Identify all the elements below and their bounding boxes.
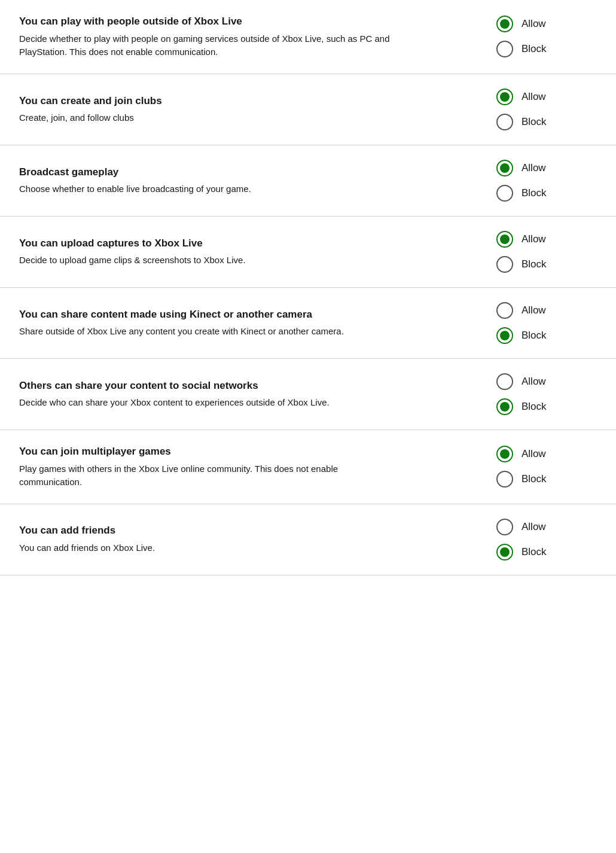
allow-label-play-outside-xbox: Allow <box>522 18 546 30</box>
setting-text-play-outside-xbox: You can play with people outside of Xbox… <box>19 14 426 59</box>
setting-text-broadcast-gameplay: Broadcast gameplayChoose whether to enab… <box>19 165 426 196</box>
allow-option-broadcast-gameplay[interactable]: Allow <box>496 160 546 176</box>
block-radio-upload-captures[interactable] <box>496 256 513 273</box>
setting-title-others-share-content: Others can share your content to social … <box>19 379 390 393</box>
block-label-share-kinect-content: Block <box>522 330 547 342</box>
allow-radio-join-multiplayer[interactable] <box>496 446 513 462</box>
setting-text-share-kinect-content: You can share content made using Kinect … <box>19 307 426 339</box>
allow-option-play-outside-xbox[interactable]: Allow <box>496 16 546 32</box>
setting-title-upload-captures: You can upload captures to Xbox Live <box>19 236 390 251</box>
allow-option-create-join-clubs[interactable]: Allow <box>496 89 546 105</box>
block-option-add-friends[interactable]: Block <box>496 544 547 560</box>
setting-title-join-multiplayer: You can join multiplayer games <box>19 444 390 459</box>
setting-controls-share-kinect-content: AllowBlock <box>496 302 592 344</box>
allow-radio-share-kinect-content[interactable] <box>496 302 513 319</box>
setting-desc-create-join-clubs: Create, join, and follow clubs <box>19 111 390 125</box>
setting-desc-add-friends: You can add friends on Xbox Live. <box>19 541 390 555</box>
block-label-join-multiplayer: Block <box>522 473 547 485</box>
allow-label-add-friends: Allow <box>522 521 546 533</box>
block-label-add-friends: Block <box>522 546 547 558</box>
setting-desc-others-share-content: Decide who can share your Xbox content t… <box>19 396 390 410</box>
setting-text-others-share-content: Others can share your content to social … <box>19 379 426 410</box>
block-option-upload-captures[interactable]: Block <box>496 256 547 273</box>
allow-option-add-friends[interactable]: Allow <box>496 519 546 535</box>
setting-controls-upload-captures: AllowBlock <box>496 231 592 273</box>
setting-desc-broadcast-gameplay: Choose whether to enable live broadcasti… <box>19 182 390 196</box>
setting-desc-share-kinect-content: Share outside of Xbox Live any content y… <box>19 325 390 339</box>
allow-radio-broadcast-gameplay[interactable] <box>496 160 513 176</box>
setting-title-create-join-clubs: You can create and join clubs <box>19 94 390 108</box>
setting-desc-join-multiplayer: Play games with others in the Xbox Live … <box>19 462 390 489</box>
settings-list: You can play with people outside of Xbox… <box>0 0 616 575</box>
allow-label-join-multiplayer: Allow <box>522 448 546 460</box>
setting-text-create-join-clubs: You can create and join clubsCreate, joi… <box>19 94 426 125</box>
setting-controls-others-share-content: AllowBlock <box>496 373 592 415</box>
setting-title-add-friends: You can add friends <box>19 523 390 538</box>
block-radio-join-multiplayer[interactable] <box>496 471 513 488</box>
allow-option-others-share-content[interactable]: Allow <box>496 373 546 390</box>
setting-desc-play-outside-xbox: Decide whether to play with people on ga… <box>19 32 390 59</box>
block-radio-others-share-content[interactable] <box>496 398 513 415</box>
setting-title-broadcast-gameplay: Broadcast gameplay <box>19 165 390 179</box>
block-option-join-multiplayer[interactable]: Block <box>496 471 547 488</box>
setting-text-upload-captures: You can upload captures to Xbox LiveDeci… <box>19 236 426 267</box>
setting-text-add-friends: You can add friendsYou can add friends o… <box>19 523 426 555</box>
setting-row-add-friends: You can add friendsYou can add friends o… <box>0 504 616 575</box>
block-label-broadcast-gameplay: Block <box>522 187 547 199</box>
allow-option-share-kinect-content[interactable]: Allow <box>496 302 546 319</box>
setting-text-join-multiplayer: You can join multiplayer gamesPlay games… <box>19 444 426 489</box>
block-label-upload-captures: Block <box>522 258 547 270</box>
setting-controls-create-join-clubs: AllowBlock <box>496 89 592 130</box>
allow-label-broadcast-gameplay: Allow <box>522 162 546 174</box>
block-option-play-outside-xbox[interactable]: Block <box>496 41 547 57</box>
block-radio-create-join-clubs[interactable] <box>496 114 513 130</box>
setting-row-upload-captures: You can upload captures to Xbox LiveDeci… <box>0 217 616 288</box>
setting-row-broadcast-gameplay: Broadcast gameplayChoose whether to enab… <box>0 145 616 217</box>
setting-row-join-multiplayer: You can join multiplayer gamesPlay games… <box>0 430 616 504</box>
allow-label-create-join-clubs: Allow <box>522 91 546 103</box>
block-option-share-kinect-content[interactable]: Block <box>496 327 547 344</box>
block-label-others-share-content: Block <box>522 401 547 413</box>
block-label-create-join-clubs: Block <box>522 116 547 128</box>
setting-title-share-kinect-content: You can share content made using Kinect … <box>19 307 390 322</box>
setting-row-others-share-content: Others can share your content to social … <box>0 359 616 430</box>
setting-controls-add-friends: AllowBlock <box>496 519 592 560</box>
block-option-broadcast-gameplay[interactable]: Block <box>496 185 547 202</box>
setting-row-share-kinect-content: You can share content made using Kinect … <box>0 288 616 359</box>
setting-controls-join-multiplayer: AllowBlock <box>496 446 592 488</box>
setting-controls-play-outside-xbox: AllowBlock <box>496 16 592 57</box>
setting-title-play-outside-xbox: You can play with people outside of Xbox… <box>19 14 390 29</box>
block-label-play-outside-xbox: Block <box>522 43 547 55</box>
block-radio-play-outside-xbox[interactable] <box>496 41 513 57</box>
allow-radio-play-outside-xbox[interactable] <box>496 16 513 32</box>
block-option-others-share-content[interactable]: Block <box>496 398 547 415</box>
allow-option-upload-captures[interactable]: Allow <box>496 231 546 248</box>
allow-label-share-kinect-content: Allow <box>522 304 546 316</box>
allow-radio-upload-captures[interactable] <box>496 231 513 248</box>
allow-radio-create-join-clubs[interactable] <box>496 89 513 105</box>
block-radio-add-friends[interactable] <box>496 544 513 560</box>
block-radio-broadcast-gameplay[interactable] <box>496 185 513 202</box>
allow-label-others-share-content: Allow <box>522 376 546 388</box>
allow-radio-add-friends[interactable] <box>496 519 513 535</box>
allow-label-upload-captures: Allow <box>522 233 546 245</box>
setting-desc-upload-captures: Decide to upload game clips & screenshot… <box>19 254 390 267</box>
setting-row-create-join-clubs: You can create and join clubsCreate, joi… <box>0 74 616 145</box>
block-option-create-join-clubs[interactable]: Block <box>496 114 547 130</box>
allow-radio-others-share-content[interactable] <box>496 373 513 390</box>
allow-option-join-multiplayer[interactable]: Allow <box>496 446 546 462</box>
setting-row-play-outside-xbox: You can play with people outside of Xbox… <box>0 0 616 74</box>
block-radio-share-kinect-content[interactable] <box>496 327 513 344</box>
setting-controls-broadcast-gameplay: AllowBlock <box>496 160 592 202</box>
